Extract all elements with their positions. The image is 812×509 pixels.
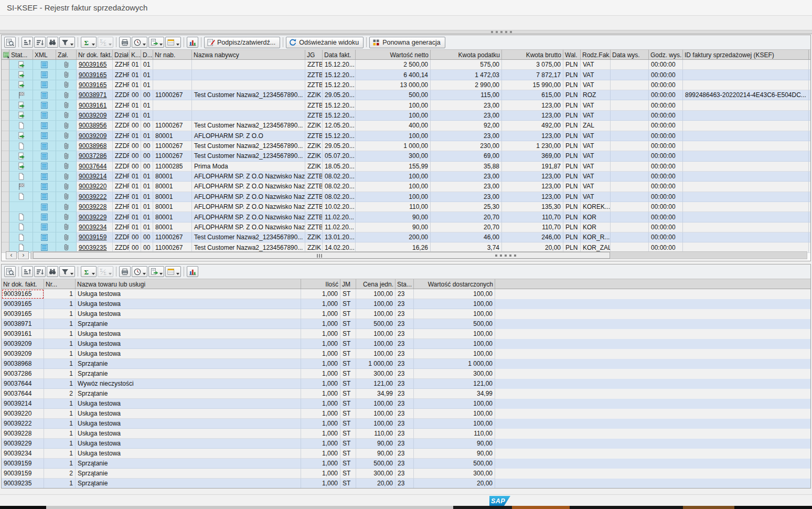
- cell-ksef[interactable]: 8992486463-20220214-4E43C6-E504DC...: [683, 90, 809, 100]
- cell-stat[interactable]: [9, 172, 33, 182]
- cell-date[interactable]: 12.05.20...: [323, 121, 356, 131]
- table-row[interactable]: 900392221Usługa testowa1,000ST100,002310…: [2, 419, 810, 429]
- dropdown-arrow-icon[interactable]: [143, 44, 146, 46]
- cell-stat[interactable]: [9, 131, 33, 141]
- cell-name[interactable]: Wywóz nieczystości: [76, 379, 301, 389]
- cell-date[interactable]: 08.02.20...: [323, 182, 356, 192]
- cell-doc[interactable]: 90038968: [77, 141, 113, 151]
- cell-ksef[interactable]: [683, 212, 809, 222]
- cell-att[interactable]: [56, 121, 77, 131]
- column-header-nab[interactable]: Nr nab.: [153, 50, 192, 59]
- cell-jg[interactable]: ZZIK: [305, 151, 323, 161]
- cell-price[interactable]: 100,00: [356, 309, 396, 319]
- cell-dataw[interactable]: [611, 60, 649, 70]
- cell-dataw[interactable]: [611, 100, 649, 110]
- cell-sel[interactable]: [2, 151, 9, 161]
- cell-jm[interactable]: ST: [340, 359, 356, 369]
- cell-d[interactable]: 01: [141, 182, 153, 192]
- cell-date[interactable]: 05.07.20...: [323, 151, 356, 161]
- cell-stat[interactable]: [9, 162, 33, 172]
- find-button[interactable]: [47, 266, 58, 277]
- cell-netto[interactable]: 6 400,14: [356, 70, 431, 80]
- cell-sel[interactable]: [2, 141, 9, 151]
- cell-value[interactable]: 100,00: [414, 309, 495, 319]
- cell-qty[interactable]: 1,000: [301, 319, 340, 329]
- column-header-att[interactable]: Zał.: [56, 50, 77, 59]
- cell-ksef[interactable]: [683, 172, 809, 182]
- cell-rodz[interactable]: VAT: [581, 151, 611, 161]
- cell-sta[interactable]: 23: [396, 429, 414, 439]
- cell-name[interactable]: AFLOPHARM SP. Z O.O: [192, 131, 305, 141]
- cell-d[interactable]: 01: [141, 192, 153, 202]
- cell-dcut[interactable]: [809, 141, 811, 151]
- cell-nab[interactable]: 11000267: [153, 232, 192, 242]
- cell-wal[interactable]: PLN: [563, 60, 581, 70]
- cell-sel[interactable]: [2, 80, 9, 90]
- table-row[interactable]: 90039161ZZHF0101ZZTB15.12.20...100,0023,…: [2, 100, 810, 110]
- cell-brutto[interactable]: 615,00: [502, 90, 563, 100]
- cell-doc[interactable]: 90039229: [2, 439, 44, 449]
- choose-layout-button[interactable]: [165, 266, 181, 277]
- cell-jm[interactable]: ST: [340, 399, 356, 409]
- cell-rodz[interactable]: VAT: [581, 80, 611, 90]
- column-header-ksef[interactable]: ID faktury sprzedażowej (KSEF): [683, 50, 809, 59]
- cell-jg[interactable]: ZZTB: [305, 111, 323, 121]
- cell-dcut[interactable]: [809, 182, 811, 192]
- cell-dataw[interactable]: [611, 70, 649, 80]
- cell-sta[interactable]: 23: [396, 449, 414, 459]
- column-header-jm[interactable]: JM: [340, 279, 356, 289]
- cell-date[interactable]: 15.12.20...: [323, 100, 356, 110]
- cell-wal[interactable]: PLN: [563, 151, 581, 161]
- cell-jm[interactable]: ST: [340, 449, 356, 459]
- cell-stat[interactable]: [9, 90, 33, 100]
- cell-date[interactable]: 15.12.20...: [323, 80, 356, 90]
- sort-descending-button[interactable]: [34, 37, 46, 48]
- cell-price[interactable]: 100,00: [356, 349, 396, 359]
- cell-value[interactable]: 100,00: [414, 329, 495, 339]
- column-header-name[interactable]: Nazwa towaru lub usługi: [76, 279, 301, 289]
- cell-att[interactable]: [56, 70, 77, 80]
- cell-rodz[interactable]: VAT: [581, 131, 611, 141]
- cell-date[interactable]: 29.05.20...: [323, 141, 356, 151]
- invoice-doc-link[interactable]: 90039161: [79, 102, 106, 109]
- cell-doc[interactable]: 90039165: [77, 70, 113, 80]
- cell-brutto[interactable]: 123,00: [502, 131, 563, 141]
- cell-name[interactable]: Test Customer Nazwa2_1234567890...: [192, 121, 305, 131]
- cell-brutto[interactable]: 15 990,00: [502, 80, 563, 90]
- cell-name[interactable]: AFLOPHARM SP. Z O.O Nazwisko Naz...: [192, 182, 305, 192]
- cell-netto[interactable]: 400,00: [356, 121, 431, 131]
- cell-jg[interactable]: ZZIK: [305, 90, 323, 100]
- cell-wal[interactable]: PLN: [563, 111, 581, 121]
- cell-nab[interactable]: 80001: [153, 182, 192, 192]
- cell-price[interactable]: 1 000,00: [356, 359, 396, 369]
- cell-sel[interactable]: [2, 131, 9, 141]
- cell-rodz[interactable]: KOREK...: [581, 202, 611, 212]
- cell-nr[interactable]: 1: [44, 299, 76, 309]
- cell-wal[interactable]: PLN: [563, 90, 581, 100]
- cell-jm[interactable]: ST: [340, 339, 356, 349]
- cell-value[interactable]: 100,00: [414, 299, 495, 309]
- cell-sta[interactable]: 23: [396, 399, 414, 409]
- cell-vat[interactable]: 1 472,03: [431, 70, 502, 80]
- cell-dcut[interactable]: [809, 212, 811, 222]
- cell-k[interactable]: 01: [130, 172, 141, 182]
- cell-wal[interactable]: PLN: [563, 172, 581, 182]
- cell-att[interactable]: [56, 162, 77, 172]
- cell-date[interactable]: 18.05.20...: [323, 162, 356, 172]
- cell-date[interactable]: 15.12.20...: [323, 60, 356, 70]
- cell-nr[interactable]: 1: [44, 339, 76, 349]
- cell-nr[interactable]: 2: [44, 469, 76, 479]
- cell-name[interactable]: Usługa testowa: [76, 339, 301, 349]
- cell-dcut[interactable]: [809, 172, 811, 182]
- cell-name[interactable]: [192, 70, 305, 80]
- table-row[interactable]: 90039214ZZHF010180001AFLOPHARM SP. Z O.O…: [2, 172, 810, 182]
- cell-jm[interactable]: ST: [340, 459, 356, 469]
- cell-jm[interactable]: ST: [340, 309, 356, 319]
- table-row[interactable]: 900392141Usługa testowa1,000ST100,002310…: [2, 399, 810, 409]
- cell-doc[interactable]: 90039161: [77, 100, 113, 110]
- column-header-rodz[interactable]: Rodz.Fak.: [581, 50, 611, 59]
- cell-name[interactable]: Usługa testowa: [76, 429, 301, 439]
- cell-value[interactable]: 20,00: [414, 479, 495, 489]
- column-header-nr[interactable]: Nr...: [44, 279, 76, 289]
- cell-wal[interactable]: PLN: [563, 100, 581, 110]
